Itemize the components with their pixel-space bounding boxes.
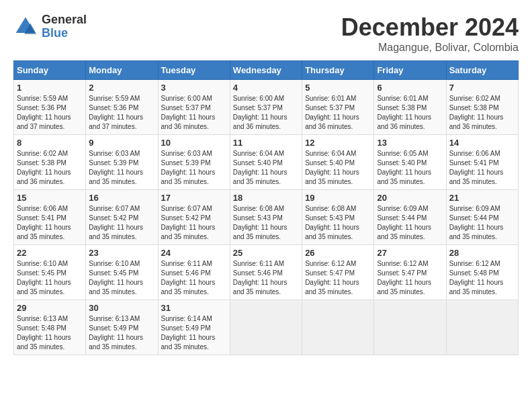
day-content: Sunrise: 6:08 AMSunset: 5:43 PMDaylight:… <box>305 204 371 242</box>
day-content: Sunrise: 6:12 AMSunset: 5:48 PMDaylight:… <box>449 259 515 297</box>
weekday-header: Sunday <box>14 61 86 80</box>
calendar-cell: 22 Sunrise: 6:10 AMSunset: 5:45 PMDaylig… <box>14 245 86 300</box>
calendar-table: SundayMondayTuesdayWednesdayThursdayFrid… <box>13 60 519 355</box>
day-content: Sunrise: 6:03 AMSunset: 5:39 PMDaylight:… <box>161 149 227 187</box>
calendar-cell: 5 Sunrise: 6:01 AMSunset: 5:37 PMDayligh… <box>302 80 374 135</box>
day-number: 23 <box>89 248 154 258</box>
day-content: Sunrise: 6:00 AMSunset: 5:37 PMDaylight:… <box>161 94 227 132</box>
day-number: 26 <box>305 248 371 258</box>
day-number: 27 <box>377 248 443 258</box>
calendar-cell <box>230 300 302 355</box>
day-number: 31 <box>161 303 227 313</box>
calendar-cell: 20 Sunrise: 6:09 AMSunset: 5:44 PMDaylig… <box>374 190 446 245</box>
calendar-cell: 8 Sunrise: 6:02 AMSunset: 5:38 PMDayligh… <box>14 135 86 190</box>
day-number: 10 <box>161 138 227 148</box>
calendar-cell: 25 Sunrise: 6:11 AMSunset: 5:46 PMDaylig… <box>230 245 302 300</box>
day-content: Sunrise: 6:02 AMSunset: 5:38 PMDaylight:… <box>17 149 83 187</box>
day-number: 1 <box>17 83 83 93</box>
calendar-cell: 16 Sunrise: 6:07 AMSunset: 5:42 PMDaylig… <box>86 190 158 245</box>
day-number: 14 <box>449 138 515 148</box>
day-number: 5 <box>305 83 371 93</box>
day-number: 18 <box>233 193 299 203</box>
day-content: Sunrise: 6:13 AMSunset: 5:49 PMDaylight:… <box>89 314 154 352</box>
calendar-cell: 13 Sunrise: 6:05 AMSunset: 5:40 PMDaylig… <box>374 135 446 190</box>
day-number: 17 <box>161 193 227 203</box>
day-number: 11 <box>233 138 299 148</box>
calendar-cell: 7 Sunrise: 6:02 AMSunset: 5:38 PMDayligh… <box>446 80 518 135</box>
day-number: 19 <box>305 193 371 203</box>
logo-text: General Blue <box>42 13 87 40</box>
calendar-row: 15 Sunrise: 6:06 AMSunset: 5:41 PMDaylig… <box>14 190 519 245</box>
calendar-cell: 23 Sunrise: 6:10 AMSunset: 5:45 PMDaylig… <box>86 245 158 300</box>
day-number: 7 <box>449 83 515 93</box>
day-number: 4 <box>233 83 299 93</box>
day-content: Sunrise: 6:09 AMSunset: 5:44 PMDaylight:… <box>449 204 515 242</box>
day-number: 16 <box>89 193 154 203</box>
calendar-cell: 19 Sunrise: 6:08 AMSunset: 5:43 PMDaylig… <box>302 190 374 245</box>
calendar-cell: 28 Sunrise: 6:12 AMSunset: 5:48 PMDaylig… <box>446 245 518 300</box>
day-number: 13 <box>377 138 443 148</box>
calendar-cell: 29 Sunrise: 6:13 AMSunset: 5:48 PMDaylig… <box>14 300 86 355</box>
title-section: December 2024 Magangue, Bolivar, Colombi… <box>341 13 519 54</box>
day-number: 25 <box>233 248 299 258</box>
day-content: Sunrise: 6:07 AMSunset: 5:42 PMDaylight:… <box>89 204 154 242</box>
day-content: Sunrise: 6:11 AMSunset: 5:46 PMDaylight:… <box>233 259 299 297</box>
calendar-cell <box>446 300 518 355</box>
calendar-cell: 12 Sunrise: 6:04 AMSunset: 5:40 PMDaylig… <box>302 135 374 190</box>
day-number: 21 <box>449 193 515 203</box>
day-content: Sunrise: 6:13 AMSunset: 5:48 PMDaylight:… <box>17 314 83 352</box>
calendar-cell: 3 Sunrise: 6:00 AMSunset: 5:37 PMDayligh… <box>158 80 230 135</box>
weekday-header: Monday <box>86 61 158 80</box>
weekday-header: Saturday <box>446 61 518 80</box>
day-number: 29 <box>17 303 83 313</box>
weekday-header: Friday <box>374 61 446 80</box>
logo: General Blue <box>13 13 87 40</box>
day-content: Sunrise: 6:08 AMSunset: 5:43 PMDaylight:… <box>233 204 299 242</box>
day-content: Sunrise: 6:00 AMSunset: 5:37 PMDaylight:… <box>233 94 299 132</box>
calendar-cell: 10 Sunrise: 6:03 AMSunset: 5:39 PMDaylig… <box>158 135 230 190</box>
calendar-row: 8 Sunrise: 6:02 AMSunset: 5:38 PMDayligh… <box>14 135 519 190</box>
day-content: Sunrise: 6:01 AMSunset: 5:38 PMDaylight:… <box>377 94 443 132</box>
calendar-cell: 24 Sunrise: 6:11 AMSunset: 5:46 PMDaylig… <box>158 245 230 300</box>
day-content: Sunrise: 6:07 AMSunset: 5:42 PMDaylight:… <box>161 204 227 242</box>
calendar-cell: 17 Sunrise: 6:07 AMSunset: 5:42 PMDaylig… <box>158 190 230 245</box>
calendar-cell: 31 Sunrise: 6:14 AMSunset: 5:49 PMDaylig… <box>158 300 230 355</box>
day-number: 12 <box>305 138 371 148</box>
day-content: Sunrise: 6:12 AMSunset: 5:47 PMDaylight:… <box>377 259 443 297</box>
day-content: Sunrise: 6:10 AMSunset: 5:45 PMDaylight:… <box>89 259 154 297</box>
day-content: Sunrise: 6:04 AMSunset: 5:40 PMDaylight:… <box>233 149 299 187</box>
day-content: Sunrise: 6:05 AMSunset: 5:40 PMDaylight:… <box>377 149 443 187</box>
calendar-cell: 1 Sunrise: 5:59 AMSunset: 5:36 PMDayligh… <box>14 80 86 135</box>
calendar-cell: 4 Sunrise: 6:00 AMSunset: 5:37 PMDayligh… <box>230 80 302 135</box>
day-content: Sunrise: 6:06 AMSunset: 5:41 PMDaylight:… <box>449 149 515 187</box>
day-number: 6 <box>377 83 443 93</box>
location: Magangue, Bolivar, Colombia <box>341 42 519 54</box>
calendar-body: 1 Sunrise: 5:59 AMSunset: 5:36 PMDayligh… <box>14 80 519 355</box>
day-number: 9 <box>89 138 154 148</box>
day-number: 3 <box>161 83 227 93</box>
calendar-cell: 18 Sunrise: 6:08 AMSunset: 5:43 PMDaylig… <box>230 190 302 245</box>
weekday-header: Wednesday <box>230 61 302 80</box>
calendar-cell: 11 Sunrise: 6:04 AMSunset: 5:40 PMDaylig… <box>230 135 302 190</box>
day-content: Sunrise: 6:10 AMSunset: 5:45 PMDaylight:… <box>17 259 83 297</box>
calendar-cell: 14 Sunrise: 6:06 AMSunset: 5:41 PMDaylig… <box>446 135 518 190</box>
calendar-cell: 2 Sunrise: 5:59 AMSunset: 5:36 PMDayligh… <box>86 80 158 135</box>
day-content: Sunrise: 6:12 AMSunset: 5:47 PMDaylight:… <box>305 259 371 297</box>
page-header: General Blue December 2024 Magangue, Bol… <box>13 13 519 54</box>
day-content: Sunrise: 6:09 AMSunset: 5:44 PMDaylight:… <box>377 204 443 242</box>
calendar-header: SundayMondayTuesdayWednesdayThursdayFrid… <box>14 61 519 80</box>
calendar-cell <box>374 300 446 355</box>
day-number: 2 <box>89 83 154 93</box>
month-title: December 2024 <box>341 13 519 42</box>
weekday-header: Tuesday <box>158 61 230 80</box>
weekday-header: Thursday <box>302 61 374 80</box>
logo-icon <box>13 15 38 39</box>
day-number: 28 <box>449 248 515 258</box>
calendar-row: 29 Sunrise: 6:13 AMSunset: 5:48 PMDaylig… <box>14 300 519 355</box>
calendar-cell <box>302 300 374 355</box>
day-content: Sunrise: 6:02 AMSunset: 5:38 PMDaylight:… <box>449 94 515 132</box>
day-content: Sunrise: 6:14 AMSunset: 5:49 PMDaylight:… <box>161 314 227 352</box>
day-content: Sunrise: 6:03 AMSunset: 5:39 PMDaylight:… <box>89 149 154 187</box>
day-content: Sunrise: 5:59 AMSunset: 5:36 PMDaylight:… <box>89 94 154 132</box>
calendar-cell: 30 Sunrise: 6:13 AMSunset: 5:49 PMDaylig… <box>86 300 158 355</box>
